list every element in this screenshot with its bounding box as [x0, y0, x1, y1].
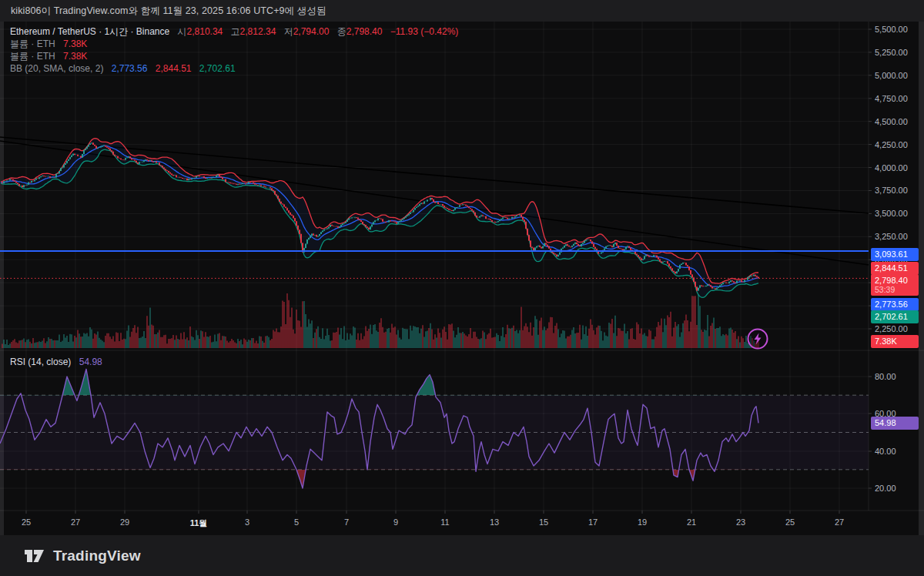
rsi-tick: 20.00	[875, 484, 896, 493]
time-tick: 15	[539, 517, 548, 527]
chart-canvas[interactable]	[0, 0, 924, 576]
time-tick: 7	[344, 517, 349, 527]
price-tick: 4,750.00	[875, 94, 908, 103]
lightning-bolt-icon	[745, 327, 770, 351]
price-tick: 5,250.00	[875, 48, 908, 57]
time-tick: 5	[294, 517, 299, 527]
time-tick: 3	[245, 517, 249, 527]
time-tick: 25	[785, 517, 795, 527]
time-tick: 9	[393, 517, 398, 527]
price-badge: 2,773.56	[871, 298, 919, 311]
rsi-value: 54.98	[79, 357, 102, 367]
price-tick: 3,750.00	[875, 186, 908, 195]
price-tick: 3,500.00	[875, 209, 908, 218]
price-badge: 2,798.4053:39	[871, 274, 919, 296]
rsi-label: RSI (14, close)	[10, 357, 71, 367]
time-tick: 29	[120, 517, 129, 527]
price-badge: 3,093.61	[871, 248, 919, 261]
attribution-bar: kiki806이 TradingView.com와 함께 11월 23, 202…	[0, 0, 924, 22]
attribution-text: kiki806이 TradingView.com와 함께 11월 23, 202…	[11, 5, 326, 18]
time-tick: 11월	[190, 517, 208, 529]
price-tick: 4,500.00	[875, 117, 908, 126]
rsi-tick: 40.00	[875, 447, 896, 456]
volume-row-1: 볼륨 · ETH 7.38K	[10, 39, 458, 51]
price-tick: 4,000.00	[875, 163, 908, 172]
volume-row-2: 볼륨 · ETH 7.38K	[10, 51, 458, 63]
tradingview-wordmark[interactable]: TradingView	[53, 548, 141, 564]
time-tick: 11	[440, 517, 449, 527]
tradingview-snapshot: kiki806이 TradingView.com와 함께 11월 23, 202…	[0, 0, 924, 576]
time-tick: 27	[835, 517, 844, 527]
rsi-legend: RSI (14, close) 54.98	[10, 357, 102, 367]
symbol-row: Ethereum / TetherUS · 1시간 · Binance 시2,8…	[10, 26, 458, 39]
legend: Ethereum / TetherUS · 1시간 · Binance 시2,8…	[10, 26, 458, 75]
time-tick: 19	[638, 517, 647, 527]
boost-button[interactable]	[745, 327, 770, 354]
price-tick: 4,250.00	[875, 140, 908, 149]
price-badge: 2,844.51	[871, 262, 919, 275]
countdown: 53:39	[875, 286, 915, 294]
time-tick: 25	[22, 517, 31, 527]
price-tick: 2,250.00	[875, 324, 908, 333]
time-tick: 21	[687, 517, 696, 527]
footer-bar: TradingView	[0, 535, 924, 576]
change-value: −11.93 (−0.42%)	[390, 26, 459, 37]
symbol-title: Ethereum / TetherUS · 1시간 · Binance	[10, 26, 169, 37]
price-tick: 5,500.00	[875, 25, 908, 34]
rsi-badge: 54.98	[871, 417, 919, 430]
bb-row: BB (20, SMA, close, 2) 2,773.56 2,844.51…	[10, 63, 458, 75]
time-tick: 27	[71, 517, 80, 527]
tradingview-logo-icon[interactable]	[23, 546, 46, 566]
price-badge: 7.38K	[871, 335, 919, 348]
time-tick: 17	[588, 517, 598, 527]
price-tick: 3,250.00	[875, 232, 908, 241]
time-tick: 13	[490, 517, 499, 527]
time-tick: 23	[736, 517, 745, 527]
rsi-tick: 80.00	[875, 372, 896, 381]
price-badge: 2,702.61	[871, 310, 919, 323]
price-tick: 5,000.00	[875, 71, 908, 80]
